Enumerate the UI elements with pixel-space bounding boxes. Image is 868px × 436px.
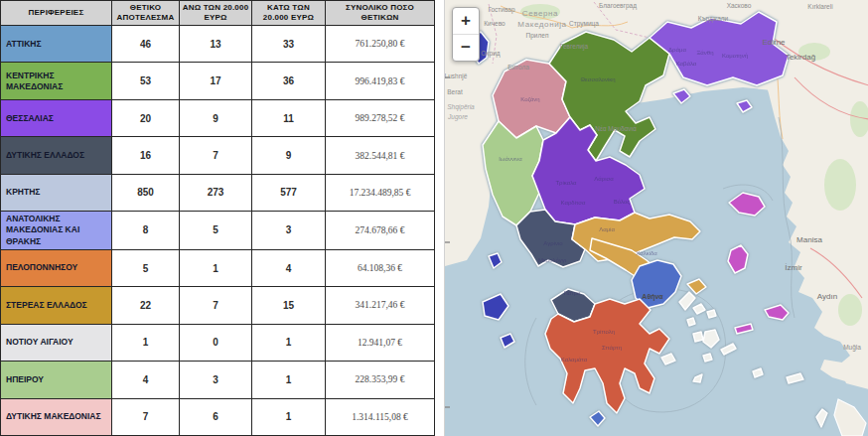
map-label: Ιωάννινα	[499, 156, 522, 162]
map-region-notiou-aigaiou[interactable]	[753, 368, 763, 377]
map-region-ionion-nison[interactable]	[489, 253, 502, 268]
above-20k-cell: 273	[180, 174, 252, 211]
map-label: Прилеп	[526, 32, 549, 40]
col-header-total: ΣΥΝΟΛΙΚΟ ΠΟΣΟ ΘΕΤΙΚΩΝ	[326, 1, 435, 26]
map-region-notiou-aigaiou[interactable]	[661, 354, 675, 364]
map-label: İzmir	[785, 263, 802, 272]
map-region-notiou-aigaiou[interactable]	[693, 332, 703, 342]
map-region-notiou-aigaiou[interactable]	[721, 344, 736, 355]
table-row: ΑΤΤΙΚΗΣ 46 13 33 761.250,80 €	[1, 26, 435, 63]
region-name-cell[interactable]: ΚΕΝΤΡΙΚΗΣ ΜΑΚΕΔΟΝΙΑΣ	[1, 63, 112, 99]
map-label: Τρίκαλα	[555, 180, 577, 186]
map-label: Shqipëria	[447, 103, 475, 111]
table-row: ΚΡΗΤΗΣ 850 273 577 17.234.489,85 €	[1, 174, 435, 211]
total-amount-cell: 12.941,07 €	[326, 324, 435, 361]
map-region-notiou-aigaiou[interactable]	[687, 318, 695, 326]
table-row: ΚΕΝΤΡΙΚΗΣ ΜΑΚΕΔΟΝΙΑΣ 53 17 36 996.419,83…	[1, 63, 435, 99]
total-amount-cell: 64.108,36 €	[326, 249, 435, 286]
table-row: ΠΕΛΟΠΟΝΝΗΣΟΥ 5 1 4 64.108,36 €	[1, 249, 435, 286]
map-label: Βόλος	[614, 199, 630, 205]
below-20k-cell: 33	[252, 26, 326, 63]
total-amount-cell: 996.419,83 €	[326, 63, 435, 99]
above-20k-cell: 3	[180, 362, 252, 398]
below-20k-cell: 1	[252, 324, 326, 361]
above-20k-cell: 13	[180, 26, 252, 63]
positive-count-cell: 5	[112, 249, 180, 286]
map-label: Струмица	[569, 20, 599, 28]
region-name-cell[interactable]: ΔΥΤΙΚΗΣ ΜΑΚΕΔΟΝΙΑΣ	[1, 398, 112, 435]
region-name-cell[interactable]: ΠΕΛΟΠΟΝΝΗΣΟΥ	[1, 249, 112, 286]
positive-count-cell: 22	[112, 287, 180, 324]
zoom-out-button[interactable]: −	[453, 34, 479, 61]
map-label: Κομοτηνή	[722, 53, 748, 59]
map-region-notiou-aigaiou[interactable]	[679, 292, 695, 310]
map-label: Δράμα	[668, 47, 686, 53]
map-region-voreiou-aigaiou[interactable]	[729, 193, 765, 216]
map-label: Λάρισα	[594, 176, 614, 182]
map-region-notiou-aigaiou[interactable]	[703, 330, 719, 348]
zoom-in-button[interactable]: +	[453, 8, 479, 34]
table-header-row: ΠΕΡΙΦΕΡΕΙΕΣ ΘΕΤΙΚΟ ΑΠΟΤΕΛΕΣΜΑ ΑΝΩ ΤΩΝ 20…	[1, 1, 435, 26]
total-amount-cell: 382.544,81 €	[326, 137, 435, 174]
map-label: Гостивар	[488, 6, 515, 14]
map-label: Καλαμάτα	[561, 357, 588, 363]
region-name-cell[interactable]: ΗΠΕΙΡΟΥ	[1, 362, 112, 398]
below-20k-cell: 1	[252, 398, 326, 435]
region-name-cell[interactable]: ΑΤΤΙΚΗΣ	[1, 26, 112, 63]
map-region-voreiou-aigaiou[interactable]	[735, 324, 753, 334]
map-label: Ξάνθη	[696, 50, 713, 56]
above-20k-cell: 17	[180, 63, 252, 99]
region-name-cell[interactable]: ΑΝΑΤΟΛΙΚΗΣ ΜΑΚΕΔΟΝΙΑΣ ΚΑΙ ΘΡΑΚΗΣ	[1, 212, 112, 250]
map-region-notiou-aigaiou[interactable]	[693, 304, 705, 314]
total-amount-cell: 761.250,80 €	[326, 26, 435, 63]
map-label: Αθήνα	[642, 293, 663, 301]
map-island-rhodes	[834, 399, 866, 436]
region-name-cell[interactable]: ΘΕΣΣΑΛΙΑΣ	[1, 99, 112, 136]
map-label: Lushnjë	[445, 73, 468, 80]
table-row: ΔΥΤΙΚΗΣ ΜΑΚΕΔΟΝΙΑΣ 7 6 1 1.314.115,08 €	[1, 398, 435, 435]
map-region-notiou-aigaiou[interactable]	[703, 354, 712, 362]
map-region-ionion-nison[interactable]	[483, 294, 508, 320]
map-label: Σπάρτη	[602, 345, 622, 351]
map-region-stereas-elladas[interactable]	[687, 279, 706, 294]
col-header-positive: ΘΕΤΙΚΟ ΑΠΟΤΕΛΕΣΜΑ	[112, 1, 180, 26]
map-region-notiou-aigaiou[interactable]	[693, 374, 702, 382]
table-row: ΑΝΑΤΟΛΙΚΗΣ ΜΑΚΕΔΟΝΙΑΣ ΚΑΙ ΘΡΑΚΗΣ 8 5 3 2…	[1, 212, 435, 250]
map-label: Хасково	[727, 2, 752, 9]
map-region-notiou-aigaiou[interactable]	[816, 409, 827, 427]
map-label: Θεσσαλονίκη	[580, 76, 615, 82]
dashboard: ΠΕΡΙΦΕΡΕΙΕΣ ΘΕΤΙΚΟ ΑΠΟΤΕΛΕΣΜΑ ΑΝΩ ΤΩΝ 20…	[0, 0, 868, 436]
below-20k-cell: 577	[252, 174, 326, 211]
positive-count-cell: 20	[112, 99, 180, 136]
map-region-voreiou-aigaiou[interactable]	[728, 245, 748, 273]
map-label: Jugore	[447, 113, 468, 121]
region-name-cell[interactable]: ΚΡΗΤΗΣ	[1, 174, 112, 211]
map-label: Χαλκίδα	[636, 250, 657, 256]
map-label: Edirne	[762, 38, 786, 47]
map-label: Кичево	[484, 20, 506, 27]
total-amount-cell: 228.353,99 €	[326, 362, 435, 398]
above-20k-cell: 9	[180, 99, 252, 136]
map-region-notiou-aigaiou[interactable]	[707, 310, 716, 318]
map-region-ionion-nison[interactable]	[501, 334, 514, 348]
above-20k-cell: 7	[180, 287, 252, 324]
map-region-attikis[interactable]	[590, 411, 605, 426]
map-region-anatolikis-makedonias-thrakis[interactable]	[737, 100, 752, 112]
map-region-notiou-aigaiou[interactable]	[787, 373, 803, 383]
total-amount-cell: 17.234.489,85 €	[326, 174, 435, 211]
positive-count-cell: 16	[112, 137, 180, 174]
above-20k-cell: 0	[180, 324, 252, 361]
table-body: ΑΤΤΙΚΗΣ 46 13 33 761.250,80 € ΚΕΝΤΡΙΚΗΣ …	[1, 26, 435, 436]
map-region-voreiou-aigaiou[interactable]	[765, 305, 789, 320]
greece-map[interactable]: СевернаМакедонијаГостиварКичевоПрилепОхр…	[445, 0, 868, 436]
map-zoom-control: + −	[452, 7, 480, 62]
map-label: Tekirdağ	[786, 53, 815, 62]
region-name-cell[interactable]: ΣΤΕΡΕΑΣ ΕΛΛΑΔΟΣ	[1, 287, 112, 324]
map-label: Πάτρα	[563, 290, 581, 296]
region-name-cell[interactable]: ΝΟΤΙΟΥ ΑΙΓΑΙΟΥ	[1, 324, 112, 361]
total-amount-cell: 341.217,46 €	[326, 287, 435, 324]
positive-count-cell: 7	[112, 398, 180, 435]
map-label: Καβάλα	[676, 61, 697, 67]
region-name-cell[interactable]: ΔΥΤΙΚΗΣ ΕΛΛΑΔΟΣ	[1, 137, 112, 174]
map-label: Manisa	[796, 235, 822, 244]
